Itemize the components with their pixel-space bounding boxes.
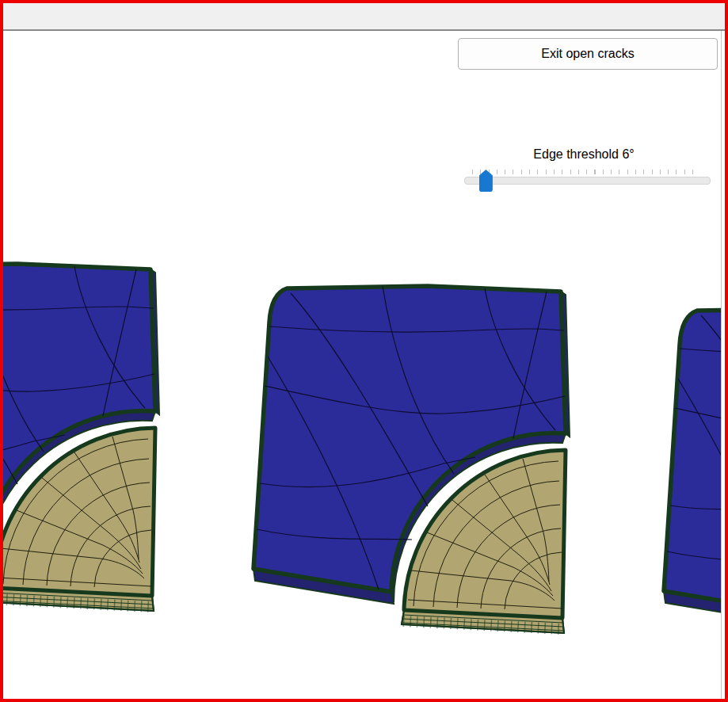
viewport-3d[interactable]: Exit open cracks Edge threshold 6°	[3, 31, 725, 699]
mesh-object-left	[3, 264, 159, 611]
edge-threshold-label: Edge threshold 6°	[458, 146, 710, 163]
mesh-object-right	[664, 308, 722, 655]
mesh-object-center	[253, 286, 570, 633]
toolbar	[3, 3, 725, 31]
slider-track[interactable]	[464, 177, 711, 185]
viewport-right-edge	[721, 31, 722, 699]
edge-threshold-control: Edge threshold 6°	[458, 146, 710, 185]
window-frame: Exit open cracks Edge threshold 6°	[0, 0, 728, 702]
exit-open-cracks-button[interactable]: Exit open cracks	[458, 38, 718, 70]
mesh-canvas	[3, 31, 722, 699]
slider-ticks	[472, 170, 697, 174]
